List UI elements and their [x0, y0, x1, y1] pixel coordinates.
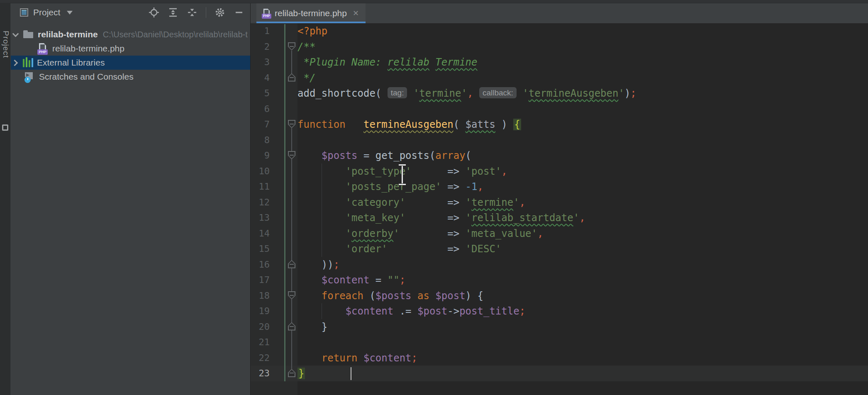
line-number: 10 — [251, 163, 270, 179]
line-number: 3 — [251, 54, 270, 70]
window-top-strip — [0, 0, 868, 3]
line-number: 5 — [251, 85, 270, 101]
project-tool-window: Project relilab-termineC:\Users\Daniel\D… — [11, 3, 250, 395]
line-number: 19 — [251, 303, 270, 319]
stripe-project-button[interactable]: Project — [0, 31, 10, 101]
code-line-20[interactable]: } — [297, 319, 327, 335]
toolbar-separator — [206, 7, 206, 18]
php-icon: PHP — [37, 43, 48, 54]
code-line-1[interactable]: <?php — [297, 23, 327, 39]
code-line-11[interactable]: 'posts_per_page' => -1, — [297, 179, 483, 195]
php-file-icon: PHP — [262, 9, 270, 18]
tree-item-relilab-termine-php[interactable]: PHPrelilab-termine.php — [11, 41, 250, 56]
collapse-all-icon[interactable] — [187, 7, 197, 18]
tree-item-label: relilab-termine — [38, 29, 98, 39]
line-number: 18 — [251, 288, 270, 304]
line-number: 9 — [251, 148, 270, 163]
line-number: 20 — [251, 319, 270, 335]
library-icon — [22, 57, 33, 68]
mouse-ibeam-cursor — [397, 164, 407, 185]
tree-item-label: Scratches and Consoles — [39, 72, 134, 82]
chevron-down-icon[interactable] — [12, 30, 19, 37]
line-number: 8 — [251, 132, 270, 148]
fold-marker-icon[interactable] — [288, 42, 295, 51]
code-line-4[interactable]: */ — [297, 70, 315, 86]
tree-item-relilab-termine[interactable]: relilab-termineC:\Users\Daniel\Desktop\r… — [11, 27, 250, 41]
project-panel-header: Project — [11, 3, 250, 22]
code-line-14[interactable]: 'orderby' => 'meta_value', — [297, 226, 543, 241]
code-line-16[interactable]: )); — [297, 257, 339, 273]
locate-icon[interactable] — [149, 7, 159, 18]
close-icon[interactable]: ✕ — [353, 9, 359, 18]
tree-item-scratches-and-consoles[interactable]: Scratches and Consoles — [11, 70, 250, 84]
fold-marker-icon[interactable] — [288, 260, 295, 268]
chevron-down-icon[interactable] — [67, 11, 73, 15]
code-line-19[interactable]: $content .= $post->post_title; — [297, 303, 525, 319]
tool-window-mini-icon[interactable] — [2, 124, 8, 131]
fold-marker-icon[interactable] — [288, 73, 295, 82]
line-number: 7 — [251, 117, 270, 132]
fold-connector — [291, 51, 292, 73]
code-line-15[interactable]: 'order' => 'DESC' — [297, 241, 501, 257]
code-line-22[interactable]: return $content; — [297, 350, 417, 366]
fold-marker-icon[interactable] — [288, 120, 295, 128]
project-view-icon — [20, 8, 28, 17]
project-tree: relilab-termineC:\Users\Daniel\Desktop\r… — [11, 23, 250, 388]
line-number: 13 — [251, 210, 270, 226]
scratches-icon — [24, 71, 35, 82]
line-number: 21 — [251, 334, 270, 350]
code-line-13[interactable]: 'meta_key' => 'relilab_startdate', — [297, 210, 585, 226]
code-line-17[interactable]: $content = ""; — [297, 272, 405, 288]
fold-connector — [291, 159, 292, 260]
fold-marker-icon[interactable] — [288, 369, 295, 377]
editor-area: PHP relilab-termine.php ✕ 12345678910111… — [250, 3, 868, 395]
line-number: 14 — [251, 226, 270, 241]
code-line-7[interactable]: function termineAusgeben( $atts ) { — [297, 117, 521, 132]
fold-marker-icon[interactable] — [288, 291, 295, 300]
line-number: 16 — [251, 257, 270, 273]
code-line-5[interactable]: add_shortcode( tag: 'termine', callback:… — [297, 85, 636, 101]
line-number: 22 — [251, 350, 270, 366]
hide-icon[interactable] — [234, 7, 244, 18]
tool-window-stripe: Project — [0, 3, 10, 395]
editor-tab-bar: PHP relilab-termine.php ✕ — [251, 3, 868, 23]
line-number: 1 — [251, 23, 270, 39]
parameter-hint: callback: — [479, 87, 517, 98]
code-line-9[interactable]: $posts = get_posts(array( — [297, 148, 471, 163]
code-line-23[interactable]: } — [297, 366, 305, 381]
tab-label: relilab-termine.php — [275, 8, 347, 18]
fold-connector — [291, 300, 292, 322]
line-number: 17 — [251, 272, 270, 288]
line-number: 6 — [251, 101, 270, 117]
fold-marker-icon[interactable] — [288, 151, 295, 159]
settings-icon[interactable] — [215, 7, 225, 18]
line-number: 23 — [251, 366, 270, 381]
chevron-right-icon[interactable] — [12, 59, 18, 66]
fold-marker-icon[interactable] — [288, 322, 295, 331]
code-line-2[interactable]: /** — [297, 39, 315, 55]
tree-item-label: relilab-termine.php — [52, 44, 124, 54]
folder-icon — [23, 29, 34, 40]
code-line-12[interactable]: 'category' => 'termine', — [297, 195, 525, 210]
tree-item-label: External Libraries — [37, 58, 105, 68]
tab-relilab-termine-php[interactable]: PHP relilab-termine.php ✕ — [256, 3, 366, 23]
text-caret — [351, 367, 351, 380]
code-line-18[interactable]: foreach ($posts as $post) { — [297, 288, 483, 304]
parameter-hint: tag: — [388, 87, 407, 98]
current-line-highlight — [251, 366, 868, 381]
line-number: 15 — [251, 241, 270, 257]
line-number: 11 — [251, 179, 270, 195]
expand-all-icon[interactable] — [168, 7, 178, 18]
tree-item-path: C:\Users\Daniel\Desktop\relilab\relilab-… — [103, 30, 250, 39]
panel-title: Project — [33, 7, 60, 17]
line-number: 4 — [251, 70, 270, 86]
line-number: 12 — [251, 195, 270, 210]
editor-content[interactable]: 1234567891011121314151617181920212223<?p… — [251, 23, 868, 395]
line-number: 2 — [251, 39, 270, 55]
tree-item-external-libraries[interactable]: External Libraries — [11, 56, 250, 70]
vcs-change-bar — [284, 24, 285, 381]
code-line-3[interactable]: *Plugin Name: relilab Termine — [297, 54, 478, 70]
panel-toolbar — [149, 7, 244, 18]
